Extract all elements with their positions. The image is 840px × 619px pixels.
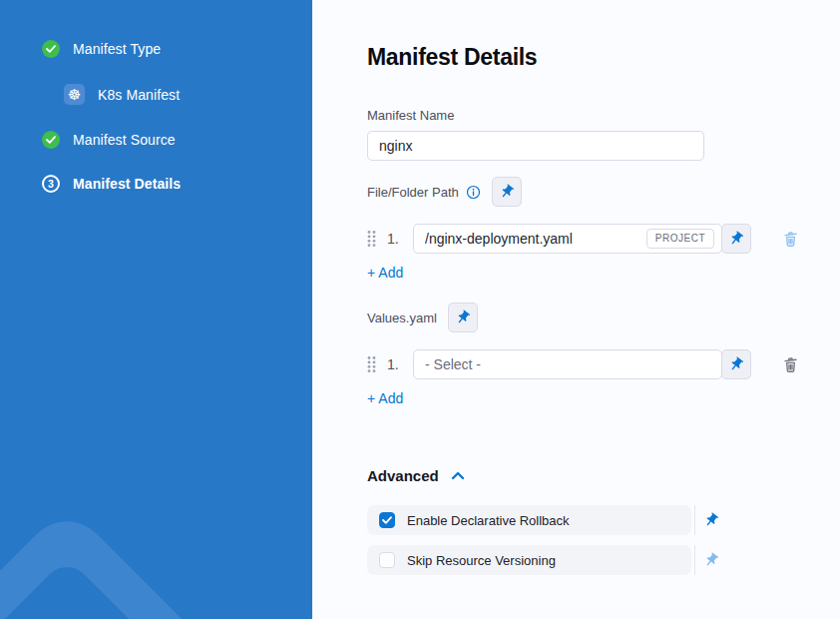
runtime-input-pin-button[interactable]	[721, 349, 751, 379]
chevron-up-icon	[451, 471, 465, 480]
manifest-name-label: Manifest Name	[367, 108, 840, 123]
step-label: Manifest Details	[73, 176, 181, 192]
drag-handle-icon[interactable]	[367, 355, 376, 373]
file-path-row: 1. PROJECT	[367, 224, 840, 254]
delete-row-icon[interactable]	[781, 355, 800, 374]
wizard-sidebar: Manifest Type ☸ K8s Manifest Manifest So…	[0, 0, 312, 619]
runtime-input-pin-button[interactable]	[448, 303, 478, 332]
add-file-path-link[interactable]: + Add	[367, 265, 403, 281]
step-complete-check-icon	[42, 40, 60, 58]
kubernetes-icon: ☸	[64, 84, 85, 105]
add-values-file-link[interactable]: + Add	[367, 390, 403, 406]
values-file-select[interactable]: - Select -	[413, 349, 722, 379]
runtime-input-pin-icon[interactable]	[703, 552, 719, 568]
option-skip-resource-versioning[interactable]: Skip Resource Versioning	[367, 545, 726, 575]
manifest-name-input[interactable]	[367, 131, 704, 161]
row-index: 1.	[387, 231, 404, 247]
step-k8s-manifest[interactable]: ☸ K8s Manifest	[64, 84, 312, 105]
advanced-title: Advanced	[367, 467, 439, 484]
wizard-steps-nav: Manifest Type ☸ K8s Manifest Manifest So…	[0, 0, 312, 193]
runtime-input-pin-button[interactable]	[721, 224, 751, 254]
runtime-input-pin-button[interactable]	[492, 177, 522, 207]
step-manifest-details[interactable]: 3 Manifest Details	[42, 175, 312, 193]
step-label: Manifest Type	[73, 41, 161, 57]
row-index: 1.	[387, 356, 404, 372]
scope-badge: PROJECT	[646, 229, 714, 249]
info-icon[interactable]	[466, 185, 481, 200]
delete-row-icon[interactable]	[781, 230, 800, 249]
step-manifest-source[interactable]: Manifest Source	[42, 131, 312, 149]
step-label: Manifest Source	[73, 132, 176, 148]
page-title: Manifest Details	[367, 44, 840, 71]
values-yaml-row: 1. - Select -	[367, 349, 840, 379]
file-folder-path-label: File/Folder Path	[367, 185, 459, 200]
option-enable-declarative-rollback[interactable]: Enable Declarative Rollback	[367, 505, 726, 535]
step-label: K8s Manifest	[98, 87, 180, 103]
values-yaml-label: Values.yaml	[367, 310, 437, 325]
runtime-input-pin-icon[interactable]	[703, 512, 719, 528]
option-label: Enable Declarative Rollback	[407, 513, 570, 528]
drag-handle-icon[interactable]	[367, 230, 376, 248]
step-complete-check-icon	[42, 131, 60, 149]
skip-resource-versioning-checkbox[interactable]	[379, 552, 395, 568]
step-manifest-type[interactable]: Manifest Type	[42, 40, 312, 58]
option-label: Skip Resource Versioning	[407, 553, 556, 568]
manifest-details-panel: Manifest Details Manifest Name File/Fold…	[312, 0, 840, 619]
step-number-badge: 3	[42, 175, 60, 193]
advanced-section-toggle[interactable]: Advanced	[367, 467, 840, 484]
declarative-rollback-checkbox[interactable]	[379, 512, 395, 528]
